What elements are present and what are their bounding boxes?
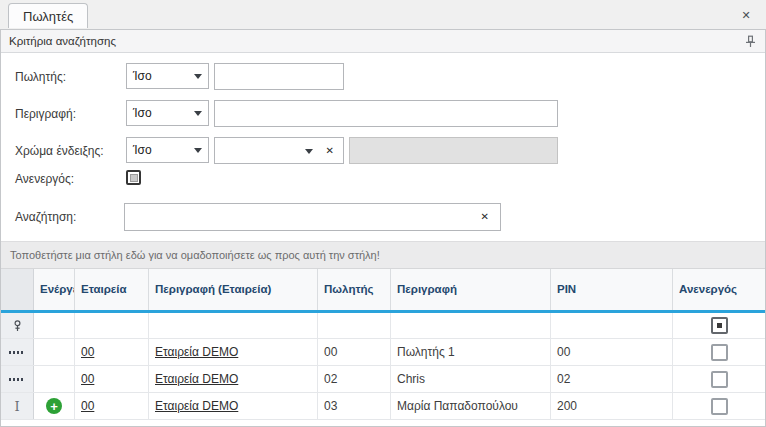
cell-seller: 03 [318,393,391,419]
cell-pin: 200 [551,393,673,419]
close-icon[interactable]: ✕ [738,7,754,23]
pin-value: 200 [557,399,577,413]
criteria-row-description: Περιγραφή: Ίσο [1,100,765,127]
cell-inactive [673,366,765,392]
criteria-row-search: Αναζήτηση: ✕ [1,203,765,231]
ellipsis-indicator-icon [9,351,25,354]
row-indicator-edit: I [1,393,34,419]
filter-cell-actions[interactable] [34,313,75,338]
column-header-pin[interactable]: PIN [551,269,673,310]
cell-actions: + [34,393,75,419]
ellipsis-indicator-icon [9,378,25,381]
pin-value: 02 [557,372,570,386]
column-header-description[interactable]: Περιγραφή [391,269,551,310]
tab-strip: Πωλητές ✕ [0,0,766,29]
cell-seller: 00 [318,339,391,365]
pin-value: 00 [557,345,570,359]
filter-cell-company[interactable] [75,313,149,338]
company-link[interactable]: 00 [81,399,94,413]
description-input[interactable] [214,100,558,127]
inactive-label: Ανενεργός: [15,172,74,186]
filter-cell-description[interactable] [391,313,551,338]
tab-sellers[interactable]: Πωλητές [8,3,88,28]
filter-row-indicator [1,313,34,338]
criteria-row-seller: Πωλητής: Ίσο [1,63,765,90]
cell-company-description: Εταιρεία DEMO [149,339,318,365]
row-indicator [1,339,34,365]
seller-input[interactable] [214,63,344,90]
inactive-row-checkbox[interactable] [711,344,728,361]
row-indicator-header [1,269,34,310]
company-description-link[interactable]: Εταιρεία DEMO [155,345,238,359]
chevron-down-icon [305,149,313,154]
color-preview-box [349,137,558,164]
criteria-body: Πωλητής: Ίσο Περιγραφή: Ίσο Χρώμα ένδειξ… [1,53,765,241]
cell-description: Μαρία Παπαδοπούλου [391,393,551,419]
inactive-row-checkbox[interactable] [711,371,728,388]
table-row: 00 Εταιρεία DEMO 00 Πωλητής 1 00 [1,339,765,366]
color-operator-value: Ίσο [133,143,194,157]
search-field: ✕ [124,203,501,231]
cell-inactive [673,339,765,365]
inactive-row-checkbox[interactable] [711,398,728,415]
cell-company: 00 [75,393,149,419]
criteria-row-inactive: Ανενεργός: [1,170,765,187]
pin-icon[interactable] [743,34,757,48]
filter-inactive-checkbox[interactable] [711,317,728,334]
company-link[interactable]: 00 [81,345,94,359]
cell-inactive [673,393,765,419]
chevron-down-icon [194,74,202,79]
filter-cell-pin[interactable] [551,313,673,338]
company-link[interactable]: 00 [81,372,94,386]
grid-header-row: Ενέργειες Εταιρεία Περιγραφή (Εταιρεία) … [1,269,765,313]
inactive-checkbox[interactable] [126,170,141,185]
cell-actions [34,366,75,392]
sellers-grid: Ενέργειες Εταιρεία Περιγραφή (Εταιρεία) … [1,269,765,420]
seller-value: 02 [324,372,337,386]
cell-seller: 02 [318,366,391,392]
filter-row [1,313,765,339]
column-header-company[interactable]: Εταιρεία [75,269,149,310]
search-input[interactable] [124,203,501,231]
description-value: Πωλητής 1 [397,345,455,359]
group-by-panel[interactable]: Τοποθετήστε μια στήλη εδώ για να ομαδοπο… [1,241,765,269]
description-operator-value: Ίσο [133,106,194,120]
cell-description: Chris [391,366,551,392]
cell-company-description: Εταιρεία DEMO [149,393,318,419]
seller-value: 03 [324,399,337,413]
filter-cell-company-description[interactable] [149,313,318,338]
add-glyph: + [50,400,58,413]
chevron-down-icon [194,148,202,153]
clear-search-icon[interactable]: ✕ [481,211,489,222]
clear-color-icon[interactable]: ✕ [326,145,334,156]
edit-caret-icon: I [14,399,19,414]
cell-pin: 02 [551,366,673,392]
search-label: Αναζήτηση: [15,210,76,224]
color-label: Χρώμα ένδειξης: [15,144,104,158]
add-icon[interactable]: + [46,398,62,414]
color-picker-select[interactable]: ✕ [214,137,344,164]
sellers-panel: Κριτήρια αναζήτησης Πωλητής: Ίσο [0,29,766,427]
column-header-seller[interactable]: Πωλητής [318,269,391,310]
company-description-link[interactable]: Εταιρεία DEMO [155,399,238,413]
filter-cell-seller[interactable] [318,313,391,338]
column-header-actions[interactable]: Ενέργειες [34,269,75,310]
description-operator-select[interactable]: Ίσο [126,100,209,126]
description-label: Περιγραφή: [15,107,76,121]
cell-company: 00 [75,339,149,365]
criteria-row-color: Χρώμα ένδειξης: Ίσο ✕ [1,137,765,164]
seller-operator-value: Ίσο [133,69,194,83]
seller-value: 00 [324,345,337,359]
column-header-company-description[interactable]: Περιγραφή (Εταιρεία) [149,269,318,310]
chevron-down-icon [194,111,202,116]
cell-pin: 00 [551,339,673,365]
column-header-inactive[interactable]: Ανενεργός [673,269,765,310]
company-description-link[interactable]: Εταιρεία DEMO [155,372,238,386]
criteria-title: Κριτήρια αναζήτησης [9,35,116,47]
criteria-panel-header: Κριτήρια αναζήτησης [1,30,765,53]
color-operator-select[interactable]: Ίσο [126,137,209,163]
cell-actions [34,339,75,365]
tab-sellers-label: Πωλητές [23,9,73,24]
seller-operator-select[interactable]: Ίσο [126,63,209,89]
seller-label: Πωλητής: [15,70,66,84]
